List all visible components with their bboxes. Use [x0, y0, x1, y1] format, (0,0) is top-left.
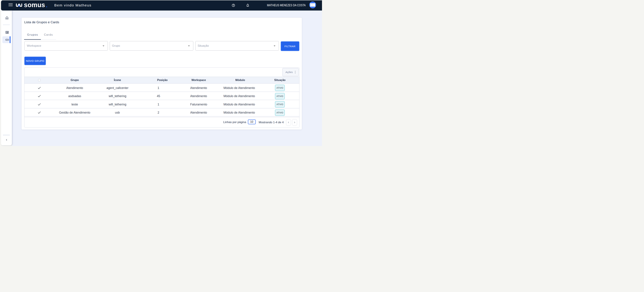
svg-text:somus: somus [24, 1, 45, 9]
